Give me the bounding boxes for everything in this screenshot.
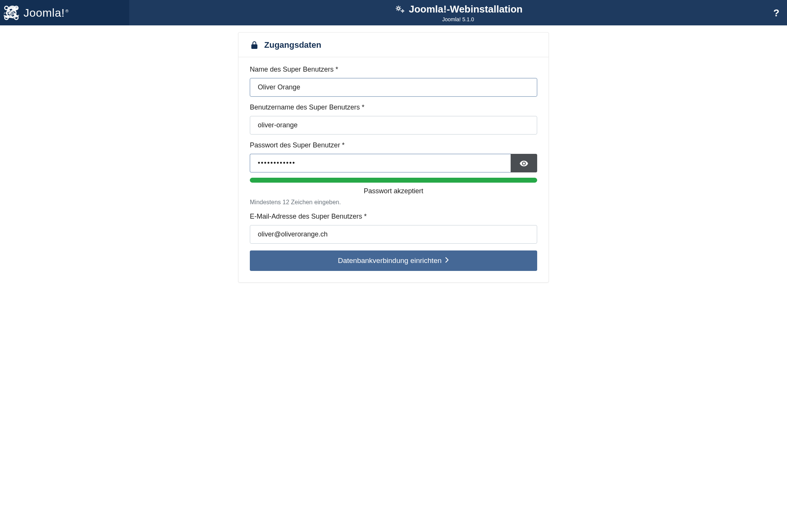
svg-line-9 [397,6,397,7]
email-label: E-Mail-Adresse des Super Benutzers * [250,213,537,221]
header-center: Joomla!-Webinstallation Joomla! 5.1.0 ? [129,0,787,25]
username-label: Benutzername des Super Benutzers * [250,103,537,111]
header: Joomla!® [0,0,787,25]
header-title: Joomla!-Webinstallation [394,3,523,15]
password-status-text: Passwort akzeptiert [250,187,537,195]
password-label: Passwort des Super Benutzer * [250,141,537,149]
svg-point-13 [402,10,403,12]
joomla-logo: Joomla!® [4,5,69,20]
card-header: Zugangsdaten [238,33,549,57]
brand-logo-area: Joomla!® [0,0,129,25]
card-title: Zugangsdaten [264,40,321,50]
email-input[interactable] [250,225,537,244]
name-label: Name des Super Benutzers * [250,66,537,74]
password-strength-bar [250,178,537,183]
name-input[interactable] [250,78,537,97]
header-version: Joomla! 5.1.0 [442,16,474,22]
svg-point-4 [397,7,399,9]
card-body: Name des Super Benutzers * Benutzername … [238,57,549,282]
password-input[interactable] [250,154,511,172]
submit-label: Datenbankverbindung einrichten [338,257,442,265]
password-hint-text: Mindestens 12 Zeichen eingeben. [250,199,537,206]
email-group: E-Mail-Adresse des Super Benutzers * [250,213,537,244]
main-content: Zugangsdaten Name des Super Benutzers * … [0,25,787,289]
gears-icon [394,5,405,13]
credentials-card: Zugangsdaten Name des Super Benutzers * … [238,32,549,283]
svg-line-12 [400,6,400,7]
setup-database-button[interactable]: Datenbankverbindung einrichten [250,250,537,271]
lock-icon [250,41,259,50]
password-wrapper [250,154,537,172]
svg-point-0 [5,6,8,9]
joomla-mark-icon [4,5,19,20]
brand-text: Joomla!® [24,6,69,19]
svg-line-10 [400,10,400,11]
username-group: Benutzername des Super Benutzers * [250,103,537,135]
name-group: Name des Super Benutzers * [250,66,537,97]
chevron-right-icon [445,257,449,265]
svg-line-11 [397,10,397,11]
username-input[interactable] [250,116,537,135]
password-visibility-toggle[interactable] [511,154,537,172]
eye-icon [519,159,528,168]
help-button[interactable]: ? [773,7,779,19]
password-group: Passwort des Super Benutzer * Passwort a… [250,141,537,206]
